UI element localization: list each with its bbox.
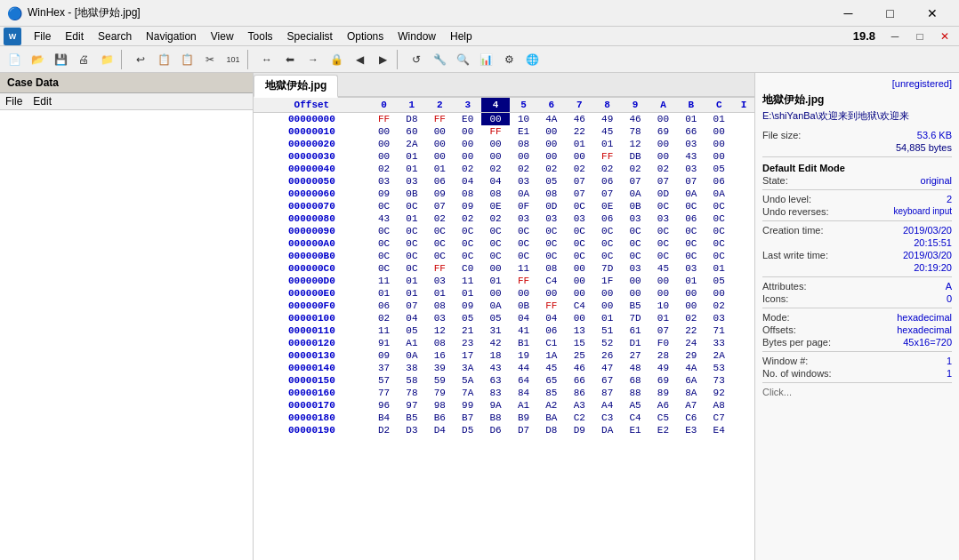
hex-cell[interactable]: 02 [566, 163, 593, 175]
hex-cell[interactable]: 61 [621, 324, 649, 337]
hex-cell[interactable]: 09 [426, 188, 454, 200]
hex-cell[interactable]: 0C [426, 250, 454, 262]
hex-cell[interactable]: 02 [454, 163, 481, 175]
hex-cell[interactable]: 07 [649, 324, 677, 337]
hex-cell[interactable]: 0C [481, 237, 509, 250]
hex-cell[interactable]: 02 [593, 163, 621, 175]
menu-view[interactable]: View [204, 28, 241, 44]
menu-specialist[interactable]: Specialist [280, 28, 340, 44]
hex-cell[interactable]: 7A [454, 387, 481, 399]
hex-cell[interactable]: 06 [370, 300, 398, 312]
table-row[interactable]: 000001000204030505040400017D010203 [254, 312, 754, 324]
hex-cell[interactable]: 24 [677, 337, 705, 349]
hex-cell[interactable]: 46 [566, 362, 593, 374]
hex-cell[interactable]: 02 [454, 212, 481, 225]
hex-cell[interactable]: 06 [705, 175, 733, 188]
hex-cell[interactable]: BA [537, 412, 565, 424]
hex-cell[interactable]: 01 [593, 138, 621, 150]
hex-cell[interactable]: 09 [370, 349, 398, 362]
hex-cell[interactable]: A7 [677, 399, 705, 412]
hex-cell[interactable]: 0C [398, 225, 425, 237]
hex-cell[interactable]: 9A [481, 399, 509, 412]
tb-next-button[interactable]: ▶ [372, 49, 393, 70]
hex-cell[interactable]: 29 [677, 349, 705, 362]
hex-cell[interactable]: 69 [649, 125, 677, 138]
hex-cell[interactable]: 79 [426, 387, 454, 399]
table-row[interactable]: 00000000FFD8FFE000104A464946000101 [254, 113, 754, 126]
hex-cell[interactable]: FF [426, 113, 454, 126]
hex-cell[interactable]: 00 [537, 150, 565, 163]
hex-cell[interactable]: 03 [621, 262, 649, 275]
hex-cell[interactable]: 1F [593, 275, 621, 287]
hex-cell[interactable]: 0C [398, 200, 425, 212]
hex-cell[interactable]: 63 [481, 374, 509, 387]
tb-stats-button[interactable]: 📊 [475, 49, 496, 70]
hex-cell[interactable]: 10 [510, 113, 537, 126]
hex-cell[interactable]: 51 [593, 324, 621, 337]
menu-navigation[interactable]: Navigation [139, 28, 204, 44]
hex-cell[interactable]: 01 [398, 212, 425, 225]
hex-cell[interactable]: FF [426, 262, 454, 275]
hex-cell[interactable]: C1 [537, 337, 565, 349]
menu-help[interactable]: Help [443, 28, 480, 44]
hex-cell[interactable]: 03 [677, 262, 705, 275]
hex-cell[interactable]: 2A [705, 349, 733, 362]
hex-cell[interactable]: 00 [481, 138, 509, 150]
hex-cell[interactable]: 09 [454, 300, 481, 312]
hex-cell[interactable]: A5 [621, 399, 649, 412]
hex-cell[interactable]: 00 [649, 287, 677, 300]
hex-cell[interactable]: 18 [481, 349, 509, 362]
hex-cell[interactable]: 01 [370, 287, 398, 300]
hex-cell[interactable]: 45 [593, 125, 621, 138]
hex-cell[interactable]: 8A [677, 387, 705, 399]
hex-cell[interactable]: E3 [677, 424, 705, 436]
hex-cell[interactable]: D8 [398, 113, 425, 126]
hex-cell[interactable]: 08 [426, 337, 454, 349]
hex-cell[interactable]: FF [481, 125, 509, 138]
hex-cell[interactable]: 86 [566, 387, 593, 399]
hex-cell[interactable]: 03 [510, 212, 537, 225]
tb-new-button[interactable]: 📄 [4, 49, 25, 70]
hex-cell[interactable]: 57 [370, 374, 398, 387]
hex-cell[interactable]: 49 [649, 362, 677, 374]
hex-cell[interactable]: 0C [481, 250, 509, 262]
hex-cell[interactable]: 01 [426, 287, 454, 300]
hex-cell[interactable]: D9 [566, 424, 593, 436]
hex-cell[interactable]: D8 [537, 424, 565, 436]
hex-cell[interactable]: 03 [677, 163, 705, 175]
table-row[interactable]: 000000E001010101000000000000000000 [254, 287, 754, 300]
hex-cell[interactable]: 00 [649, 150, 677, 163]
hex-cell[interactable]: 02 [481, 212, 509, 225]
hex-cell[interactable]: 00 [454, 138, 481, 150]
hex-cell[interactable]: 4A [537, 113, 565, 126]
tb-bookmark-button[interactable]: 🔒 [326, 49, 347, 70]
hex-cell[interactable]: D1 [621, 337, 649, 349]
hex-cell[interactable]: 52 [593, 337, 621, 349]
hex-cell[interactable]: 00 [370, 150, 398, 163]
hex-cell[interactable]: 13 [566, 324, 593, 337]
hex-cell[interactable]: A4 [593, 399, 621, 412]
hex-cell[interactable]: 02 [705, 300, 733, 312]
hex-cell[interactable]: 0C [454, 237, 481, 250]
hex-cell[interactable]: 0C [566, 200, 593, 212]
table-row[interactable]: 000000900C0C0C0C0C0C0C0C0C0C0C0C0C [254, 225, 754, 237]
menu-window[interactable]: Window [391, 28, 443, 44]
tb-paste-button[interactable]: 📋 [176, 49, 197, 70]
hex-cell[interactable]: 0C [537, 225, 565, 237]
hex-cell[interactable]: 45 [649, 262, 677, 275]
hex-cell[interactable]: 68 [621, 374, 649, 387]
tb-settings-button[interactable]: ⚙ [498, 49, 520, 70]
hex-cell[interactable]: 97 [398, 399, 425, 412]
hex-cell[interactable]: 22 [566, 125, 593, 138]
hex-cell[interactable]: 19 [510, 349, 537, 362]
hex-cell[interactable]: 00 [677, 287, 705, 300]
hex-cell[interactable]: 78 [398, 387, 425, 399]
tb-restore-button[interactable]: ─ [884, 26, 906, 47]
hex-cell[interactable]: 02 [677, 312, 705, 324]
hex-cell[interactable]: 03 [398, 175, 425, 188]
hex-cell[interactable]: 03 [510, 175, 537, 188]
hex-cell[interactable]: B5 [398, 412, 425, 424]
hex-cell[interactable]: 91 [370, 337, 398, 349]
table-row[interactable]: 000001505758595A636465666768696A73 [254, 374, 754, 387]
hex-cell[interactable]: 03 [677, 138, 705, 150]
